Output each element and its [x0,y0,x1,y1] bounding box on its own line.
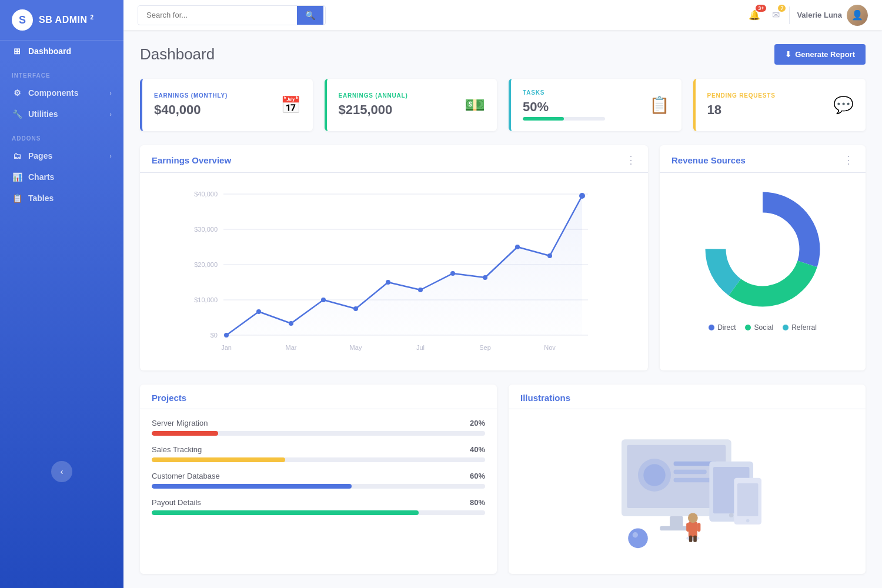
topbar: 🔍 🔔 3+ ✉ 7 Valerie Luna 👤 [123,0,882,30]
project-name: Sales Tracking [152,445,202,454]
svg-point-32 [727,214,798,285]
card-title: Revenue Sources [671,155,746,165]
stat-label: EARNINGS (ANNUAL) [339,92,408,99]
stat-label: EARNINGS (MONTHLY) [154,92,228,99]
svg-text:Jul: Jul [416,344,425,351]
project-header: Customer Database 60% [152,472,485,480]
svg-text:$10,000: $10,000 [194,296,218,303]
svg-point-20 [321,298,326,302]
svg-rect-49 [688,522,697,537]
section-label-addons: ADDONS [0,125,123,145]
projects-card: Projects Server Migration 20% [140,385,497,574]
search-button[interactable]: 🔍 [297,6,323,25]
svg-point-18 [256,309,261,314]
project-item: Payout Details 80% [152,498,485,515]
page-content: Dashboard ⬇ Generate Report EARNINGS (MO… [123,30,882,588]
avatar-image: 👤 [847,5,868,26]
chevron-right-icon: › [109,111,112,118]
illustrations-body [509,409,866,574]
search-input[interactable] [138,6,297,24]
chart-icon: 📊 [12,172,22,182]
chevron-right-icon: › [109,89,112,96]
svg-rect-39 [673,478,711,482]
svg-rect-46 [737,483,757,516]
alerts-button[interactable]: 🔔 3+ [746,7,763,23]
messages-button[interactable]: ✉ 7 [770,7,782,23]
dollar-icon: 💵 [465,95,485,115]
main-content: 🔍 🔔 3+ ✉ 7 Valerie Luna 👤 Dashboard [123,0,882,588]
project-progress-bar [152,457,485,462]
revenue-donut-chart [698,185,827,314]
svg-rect-52 [697,523,700,532]
bottom-row: Projects Server Migration 20% [140,385,866,574]
comment-icon: 💬 [833,95,854,115]
search-box[interactable]: 🔍 [138,5,326,25]
project-name: Customer Database [152,472,220,480]
svg-point-23 [418,288,423,292]
svg-point-50 [687,513,697,523]
svg-text:Jan: Jan [221,344,232,351]
sidebar-item-components[interactable]: ⚙ Components › [0,82,123,103]
wrench-icon: 🔧 [12,109,22,119]
card-body: Server Migration 20% Sales Tracking 40% [140,409,497,534]
svg-rect-38 [673,470,706,474]
card-header: Projects [140,385,497,409]
direct-dot [709,325,714,330]
card-header: Revenue Sources ⋮ [660,145,866,173]
card-header: Illustrations [509,385,866,409]
svg-rect-53 [689,536,692,542]
user-menu[interactable]: Valerie Luna 👤 [797,5,868,26]
messages-badge: 7 [778,5,786,12]
sidebar-item-utilities[interactable]: 🔧 Utilities › [0,103,123,125]
project-name: Payout Details [152,498,201,507]
stat-cards: EARNINGS (MONTHLY) $40,000 📅 EARNINGS (A… [140,79,866,131]
project-pct: 40% [470,445,485,454]
alerts-badge: 3+ [756,5,766,12]
sidebar-toggle-button[interactable]: ‹ [51,461,72,482]
svg-point-56 [632,532,637,537]
card-title: Illustrations [520,393,570,403]
svg-rect-40 [670,516,683,527]
charts-row: Earnings Overview ⋮ $40,000 $30,000 [140,145,866,370]
svg-text:$40,000: $40,000 [194,191,218,198]
page-title: Dashboard [140,45,215,64]
project-header: Payout Details 80% [152,498,485,507]
illustration-image [605,427,770,556]
generate-report-button[interactable]: ⬇ Generate Report [774,44,866,65]
svg-text:Mar: Mar [286,344,297,351]
stat-card-earnings-annual: EARNINGS (ANNUAL) $215,000 💵 [325,79,497,131]
brand[interactable]: S SB ADMIN 2 [0,0,123,41]
referral-dot [783,325,789,330]
svg-point-36 [643,464,665,486]
svg-text:Sep: Sep [479,344,491,351]
card-title: Earnings Overview [152,155,231,165]
brand-logo: S [12,9,33,31]
sidebar-item-dashboard[interactable]: ⊞ Dashboard [0,41,123,62]
svg-point-28 [579,193,585,199]
download-icon: ⬇ [785,50,791,59]
card-body: $40,000 $30,000 $20,000 $10,000 $0 Jan M… [140,173,648,370]
sidebar-item-pages[interactable]: 🗂 Pages › [0,145,123,166]
sidebar: S SB ADMIN 2 ⊞ Dashboard INTERFACE ⚙ Com… [0,0,123,588]
sidebar-item-label: Pages [28,151,52,161]
svg-point-27 [547,253,552,258]
svg-point-22 [386,280,390,285]
svg-point-47 [746,519,749,523]
donut-legend: Direct Social Referral [709,323,817,332]
svg-point-55 [628,529,648,549]
card-menu-icon[interactable]: ⋮ [626,153,636,166]
project-progress-bar [152,510,485,515]
card-menu-icon[interactable]: ⋮ [843,153,854,166]
sidebar-item-label: Dashboard [28,46,71,56]
illustrations-card: Illustrations [509,385,866,574]
page-header: Dashboard ⬇ Generate Report [140,44,866,65]
sidebar-item-tables[interactable]: 📋 Tables [0,188,123,209]
table-icon: 📋 [12,193,22,203]
svg-marker-16 [226,196,582,335]
sidebar-item-charts[interactable]: 📊 Charts [0,166,123,188]
svg-text:$30,000: $30,000 [194,226,218,233]
divider [789,6,790,24]
components-icon: ⚙ [12,88,22,98]
project-progress-fill [152,457,285,462]
search-icon: 🔍 [305,11,315,20]
